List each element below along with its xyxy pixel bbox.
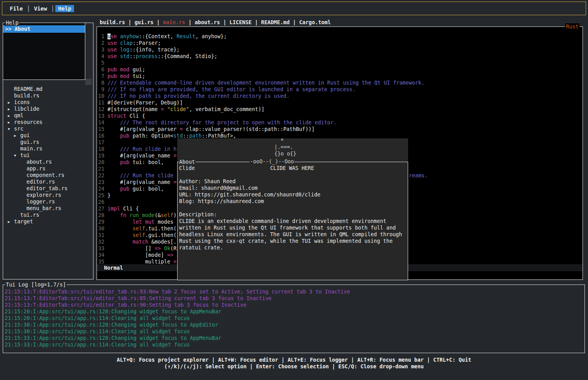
tree-item-tui.rs[interactable]: tui.rs	[3, 212, 93, 218]
tree-item-main.rs[interactable]: main.rs	[3, 145, 93, 152]
tab-readme.md[interactable]: README.md	[261, 19, 290, 25]
tree-item-gui.rs[interactable]: gui.rs	[3, 139, 93, 145]
tree-item-readme.md[interactable]: README.md	[3, 86, 93, 92]
code-token: #[derive(Parser, Debug)]	[107, 100, 183, 106]
line-number: 13	[97, 113, 104, 119]
tree-item-gui[interactable]: ▶gui	[3, 132, 93, 139]
tab-cargo.toml[interactable]: Cargo.toml	[299, 19, 331, 25]
tree-item-label: resources	[14, 119, 42, 125]
code-token: #[arg(value_parser	[107, 126, 180, 132]
tree-item-component.rs[interactable]: component.rs	[3, 172, 93, 179]
explorer-scrollbar-thumb[interactable]	[85, 79, 92, 85]
code-text: pub mod gui;	[107, 66, 145, 73]
about-dialog-box: About -ooO--(_)--Ooo Clide CLIDE WAS HER…	[177, 162, 408, 280]
code-line: 8/// Extendable command-line driven deve…	[97, 80, 583, 86]
code-token: #[structopt(name	[107, 106, 161, 112]
tree-item-label: icons	[14, 99, 30, 105]
code-text: /// The root directory for the project t…	[107, 119, 337, 126]
tab-build.rs[interactable]: build.rs	[100, 19, 125, 25]
menu-separator: │	[26, 5, 31, 12]
code-token: #[arg(value_name	[107, 153, 173, 159]
code-line: 15 #[arg(value_parser = clap::value_pars…	[97, 126, 583, 133]
code-token: ::	[129, 53, 136, 59]
help-menu-option-about[interactable]: >> About	[3, 25, 85, 33]
about-dialog-line: Description:	[179, 211, 408, 218]
tui-log-panel[interactable]: Tui Log [log=1.7/s] 21:15:13:T:EditorTab…	[3, 285, 585, 353]
chevron-collapsed-icon: ▶	[8, 113, 14, 119]
tree-item-src[interactable]: ▼src	[3, 125, 93, 132]
line-number: 23	[97, 179, 104, 186]
menu-item-view[interactable]: View	[31, 5, 50, 12]
code-token: mut	[145, 219, 155, 225]
tab-license[interactable]: LICENSE	[229, 19, 252, 25]
line-number: 19	[97, 152, 104, 159]
code-token: =	[173, 179, 176, 185]
line-number: 12	[97, 106, 104, 113]
code-token: )	[173, 212, 176, 218]
tree-item-icons[interactable]: ▶icons	[3, 99, 93, 106]
code-token: "clide"	[167, 106, 189, 112]
line-number: 8	[97, 80, 104, 86]
help-dropdown: Help >> About	[3, 23, 85, 80]
code-token: (R	[170, 246, 176, 251]
code-line: 3use log::{info, trace};	[97, 46, 583, 53]
line-number: 11	[97, 99, 104, 106]
code-line: 10/// If no path is provided, the curren…	[97, 93, 583, 99]
code-line: 7pub mod tui;	[97, 73, 583, 80]
tree-item-build.rs[interactable]: build.rs	[3, 92, 93, 99]
code-token: Cli {	[120, 206, 139, 212]
tree-item-qml[interactable]: ▶qml	[3, 112, 93, 119]
code-token: Cli {	[126, 113, 145, 119]
code-text: #[arg(value_parser = clap::value_parser!…	[107, 126, 315, 133]
tree-item-about.rs[interactable]: about.rs	[3, 159, 93, 165]
tree-item-app.rs[interactable]: app.rs	[3, 165, 93, 172]
code-token: fn	[120, 212, 126, 218]
line-number: 6	[97, 66, 104, 73]
code-token: pub	[120, 133, 129, 139]
code-token: se	[111, 34, 117, 39]
code-token: gui;	[129, 67, 145, 72]
tree-item-menu_bar.rs[interactable]: menu_bar.rs	[3, 205, 93, 212]
tab-about.rs[interactable]: about.rs	[195, 19, 220, 25]
code-token: self	[133, 226, 145, 232]
code-line: 2use clap::Parser;	[97, 40, 583, 46]
code-token	[161, 246, 164, 251]
tree-item-libclide[interactable]: ▶libclide	[3, 106, 93, 112]
menu-item-file[interactable]: File	[7, 5, 26, 12]
tree-item-target[interactable]: ▶target	[3, 218, 93, 225]
tree-item-logger.rs[interactable]: logger.rs	[3, 198, 93, 205]
chevron-collapsed-icon: ▶	[8, 106, 14, 113]
tab-main.rs[interactable]: main.rs	[163, 19, 185, 25]
tree-item-tui[interactable]: ▼tui	[3, 152, 93, 159]
about-dialog-line: written in Rust using the Qt UI framewor…	[179, 224, 408, 231]
tree-item-editor.rs[interactable]: editor.rs	[3, 179, 93, 185]
code-token: pub	[120, 159, 129, 165]
code-token: mod	[120, 73, 129, 79]
footer-shortcuts-line2: (↑/k)/(↓/j): Select option | Enter: Choo…	[0, 363, 588, 370]
about-dialog-line: Author: Shaun Reed	[179, 178, 408, 185]
code-token	[107, 212, 120, 218]
log-entry: 21:15:30:I:App:src/tui/app.rs:114:Cleari…	[5, 328, 584, 335]
tree-item-label: libclide	[14, 106, 39, 112]
code-token: /// The root directory for the project t…	[120, 120, 336, 125]
code-line: 1use anyhow::{Context, Result, anyhow};	[97, 33, 583, 40]
code-text: let mut modes	[107, 219, 173, 225]
code-text: use std::process::{Command, Stdio};	[107, 53, 217, 60]
code-text: use clap::Parser;	[107, 40, 161, 46]
tab-separator: |	[125, 19, 134, 25]
tree-item-editor_tab.rs[interactable]: editor_tab.rs	[3, 185, 93, 192]
kilroy-border-art-icon: -ooO--(_)--Ooo	[250, 159, 294, 165]
log-entry: 21:15:33:I:App:src/tui/app.rs:114:Cleari…	[5, 341, 584, 348]
menu-item-help[interactable]: Help	[55, 5, 74, 12]
line-number: 10	[97, 93, 104, 99]
code-text: struct Cli {	[107, 113, 145, 119]
code-token: /// Run the clide	[120, 173, 173, 179]
tab-gui.rs[interactable]: gui.rs	[134, 19, 153, 25]
tree-item-explorer.rs[interactable]: explorer.rs	[3, 192, 93, 198]
line-number: 3	[97, 46, 104, 53]
tree-item-resources[interactable]: ▶resources	[3, 119, 93, 125]
code-token: =	[173, 153, 176, 159]
code-text: /// If no flags are provided, the GUI ed…	[107, 86, 356, 93]
chevron-expanded-icon: ▼	[14, 152, 20, 159]
log-entry: 21:15:30:I:App:src/tui/app.rs:128:Changi…	[5, 322, 584, 328]
